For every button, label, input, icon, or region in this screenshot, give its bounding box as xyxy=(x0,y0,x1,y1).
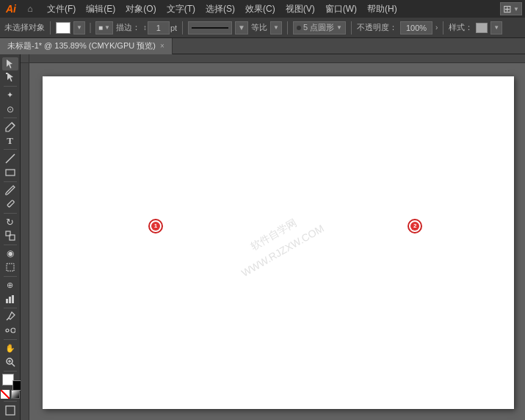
tool-pencil[interactable] xyxy=(2,198,18,211)
anchor-label-1: 1 xyxy=(151,222,160,231)
fill-dropdown[interactable]: ▼ xyxy=(73,21,85,35)
svg-rect-5 xyxy=(6,170,15,175)
tool-symbol-sprayer[interactable]: ⊕ xyxy=(2,279,18,292)
svg-marker-0 xyxy=(7,59,12,68)
stroke-width-input[interactable] xyxy=(148,21,170,35)
tool-hand[interactable]: ✋ xyxy=(2,342,18,355)
equal-ratio-label: 等比 xyxy=(251,22,267,33)
tool-sep-8 xyxy=(4,308,17,308)
tool-sep-1 xyxy=(4,86,17,87)
gradient-color-icon[interactable] xyxy=(11,390,20,399)
separator-1 xyxy=(50,21,51,35)
anchor-point-2[interactable]: 2 xyxy=(408,219,422,233)
canvas-area[interactable]: 软件自学网 WWW.RJZXW.COM 1 2 xyxy=(21,54,525,420)
svg-rect-6 xyxy=(7,200,14,207)
stroke-label: 描边： xyxy=(116,22,140,33)
style-swatch[interactable] xyxy=(476,23,488,33)
stroke-style-dropdown[interactable]: ■ ▼ xyxy=(95,21,113,35)
ruler-left xyxy=(21,63,29,420)
menu-type[interactable]: 文字(T) xyxy=(162,1,200,17)
fill-swatch[interactable] xyxy=(56,22,70,34)
menu-view[interactable]: 视图(V) xyxy=(281,1,319,17)
main-layout: ✦ ⊙ T ↻ xyxy=(0,54,525,420)
tool-sep-5 xyxy=(4,213,17,214)
tool-screen-mode[interactable] xyxy=(2,404,18,417)
tool-selection[interactable] xyxy=(2,57,18,70)
separator-2 xyxy=(182,21,183,35)
stroke-profile-dropdown[interactable]: ▼ xyxy=(235,21,248,35)
opacity-label: 不透明度： xyxy=(357,22,397,33)
style-dropdown[interactable]: ▼ xyxy=(490,21,502,35)
tool-sep-11 xyxy=(4,401,17,402)
anchor-point-1[interactable]: 1 xyxy=(148,219,163,233)
svg-point-13 xyxy=(6,329,9,332)
tool-sep-4 xyxy=(4,181,17,182)
anchor-label-2: 2 xyxy=(410,222,419,231)
svg-point-14 xyxy=(11,328,15,333)
ruler-top xyxy=(29,54,525,63)
app-logo: Ai xyxy=(3,3,19,15)
point-dot xyxy=(297,26,301,30)
svg-rect-2 xyxy=(6,73,7,74)
tool-rotate[interactable]: ↻ xyxy=(2,215,18,228)
svg-rect-19 xyxy=(6,406,15,415)
left-toolbar: ✦ ⊙ T ↻ xyxy=(0,54,21,420)
ruler-corner xyxy=(21,54,29,63)
workspace-switcher[interactable]: ⊞ ▼ xyxy=(500,2,522,15)
svg-rect-9 xyxy=(6,299,8,303)
tab-close-button[interactable]: × xyxy=(160,42,164,50)
tool-scale[interactable] xyxy=(2,229,18,242)
menu-window[interactable]: 窗口(W) xyxy=(321,1,361,17)
style-label: 样式： xyxy=(449,22,473,33)
tool-line[interactable] xyxy=(2,152,18,165)
menu-object[interactable]: 对象(O) xyxy=(121,1,160,17)
tool-magic-wand[interactable]: ✦ xyxy=(2,89,18,102)
menu-select[interactable]: 选择(S) xyxy=(201,1,239,17)
tool-free-transform[interactable] xyxy=(2,261,18,274)
menu-help[interactable]: 帮助(H) xyxy=(363,1,402,17)
tool-paintbrush[interactable] xyxy=(2,184,18,197)
tool-sep-3 xyxy=(4,149,17,150)
tool-pen[interactable] xyxy=(2,120,18,134)
menu-bar: Ai ⌂ 文件(F) 编辑(E) 对象(O) 文字(T) 选择(S) 效果(C)… xyxy=(0,0,525,18)
stroke-unit: pt xyxy=(170,23,177,32)
equal-ratio-dropdown[interactable]: ▼ xyxy=(270,21,282,35)
tool-type[interactable]: T xyxy=(2,134,18,148)
tool-column-graph[interactable] xyxy=(2,292,18,305)
tab-bar: 未标题-1* @ 135.89% (CMYK/GPU 预览) × xyxy=(0,38,525,54)
tool-warp[interactable]: ◉ xyxy=(2,247,18,260)
separator-4 xyxy=(351,21,352,35)
svg-line-3 xyxy=(12,123,15,126)
svg-rect-11 xyxy=(12,295,14,303)
opacity-input[interactable] xyxy=(400,21,432,35)
watermark: 软件自学网 WWW.RJZXW.COM xyxy=(229,203,328,282)
tool-lasso[interactable]: ⊙ xyxy=(2,103,18,116)
tool-sep-10 xyxy=(4,371,17,372)
tool-eyedropper[interactable] xyxy=(2,311,18,324)
no-selection-label: 未选择对象 xyxy=(4,22,45,33)
menu-file[interactable]: 文件(F) xyxy=(43,1,80,17)
menu-effect[interactable]: 效果(C) xyxy=(241,1,280,17)
point-shape-selector[interactable]: 5 点圆形 ▼ xyxy=(293,21,346,35)
color-swatch-container[interactable] xyxy=(2,374,18,387)
point-shape-label: 5 点圆形 xyxy=(303,22,334,33)
svg-line-16 xyxy=(12,363,15,366)
tool-blend[interactable] xyxy=(2,324,18,337)
svg-line-12 xyxy=(7,318,9,320)
document-tab[interactable]: 未标题-1* @ 135.89% (CMYK/GPU 预览) × xyxy=(0,38,173,54)
canvas-document[interactable]: 软件自学网 WWW.RJZXW.COM 1 2 xyxy=(43,76,514,409)
separator-5 xyxy=(443,21,443,35)
tool-zoom[interactable] xyxy=(2,355,18,369)
color-extras xyxy=(1,390,20,399)
tool-sep-7 xyxy=(4,276,17,277)
separator-3 xyxy=(287,21,288,35)
tool-direct-selection[interactable] xyxy=(2,71,18,84)
tool-rectangle[interactable] xyxy=(2,166,18,179)
tool-sep-2 xyxy=(4,117,17,118)
tool-sep-6 xyxy=(4,245,17,245)
svg-marker-1 xyxy=(7,73,13,82)
tab-title: 未标题-1* @ 135.89% (CMYK/GPU 预览) xyxy=(7,40,156,51)
none-color-icon[interactable] xyxy=(1,390,10,399)
home-icon[interactable]: ⌂ xyxy=(23,2,37,15)
menu-edit[interactable]: 编辑(E) xyxy=(82,1,120,17)
